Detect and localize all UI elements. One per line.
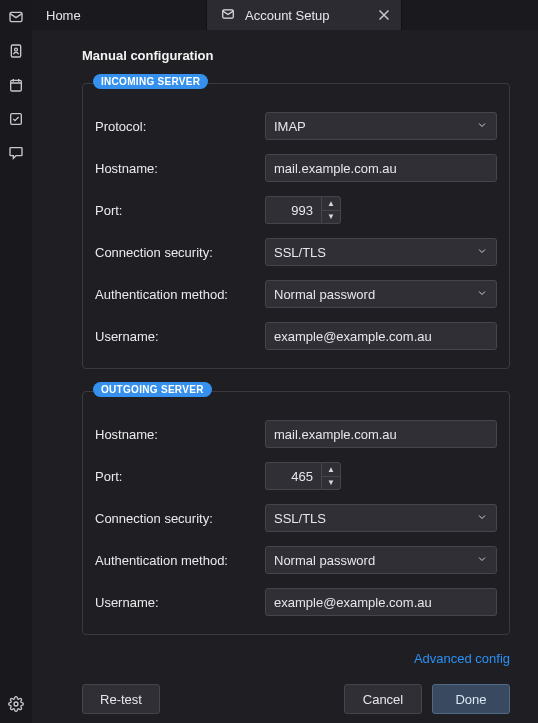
incoming-legend: INCOMING SERVER <box>93 74 208 89</box>
incoming-port-input[interactable] <box>265 196 321 224</box>
tab-label: Account Setup <box>245 8 330 23</box>
incoming-hostname-label: Hostname: <box>95 161 255 176</box>
protocol-select[interactable]: IMAP <box>265 112 497 140</box>
done-button[interactable]: Done <box>432 684 510 714</box>
incoming-security-label: Connection security: <box>95 245 255 260</box>
spin-down-button[interactable]: ▼ <box>322 211 340 224</box>
svg-point-5 <box>14 702 18 706</box>
account-setup-icon <box>221 7 235 24</box>
tab-bar: Home Account Setup <box>32 0 538 30</box>
spin-up-button[interactable]: ▲ <box>322 463 340 477</box>
calendar-icon[interactable] <box>7 76 25 94</box>
incoming-hostname-input[interactable] <box>265 154 497 182</box>
tab-label: Home <box>46 8 81 23</box>
outgoing-hostname-label: Hostname: <box>95 427 255 442</box>
protocol-label: Protocol: <box>95 119 255 134</box>
chevron-down-icon <box>476 511 488 526</box>
outgoing-security-value: SSL/TLS <box>274 511 326 526</box>
incoming-security-value: SSL/TLS <box>274 245 326 260</box>
done-label: Done <box>455 692 486 707</box>
incoming-auth-select[interactable]: Normal password <box>265 280 497 308</box>
main-column: Home Account Setup Manual configuration … <box>32 0 538 723</box>
incoming-port-label: Port: <box>95 203 255 218</box>
mail-icon[interactable] <box>7 8 25 26</box>
tab-account-setup[interactable]: Account Setup <box>207 0 402 30</box>
chevron-down-icon <box>476 119 488 134</box>
svg-rect-3 <box>11 80 22 91</box>
outgoing-auth-value: Normal password <box>274 553 375 568</box>
activity-rail <box>0 0 32 723</box>
chevron-down-icon <box>476 553 488 568</box>
outgoing-auth-label: Authentication method: <box>95 553 255 568</box>
tab-home[interactable]: Home <box>32 0 207 30</box>
incoming-security-select[interactable]: SSL/TLS <box>265 238 497 266</box>
address-book-icon[interactable] <box>7 42 25 60</box>
protocol-value: IMAP <box>274 119 306 134</box>
page-title: Manual configuration <box>82 48 510 63</box>
outgoing-port-spinner: ▲ ▼ <box>321 462 341 490</box>
cancel-label: Cancel <box>363 692 403 707</box>
chevron-down-icon <box>476 245 488 260</box>
settings-icon[interactable] <box>7 695 25 713</box>
incoming-server-group: INCOMING SERVER Protocol: IMAP Hostname:… <box>82 83 510 369</box>
outgoing-port-input[interactable] <box>265 462 321 490</box>
content-area: Manual configuration INCOMING SERVER Pro… <box>32 30 538 723</box>
incoming-auth-value: Normal password <box>274 287 375 302</box>
svg-point-2 <box>15 48 18 51</box>
outgoing-auth-select[interactable]: Normal password <box>265 546 497 574</box>
incoming-username-label: Username: <box>95 329 255 344</box>
outgoing-username-label: Username: <box>95 595 255 610</box>
chevron-down-icon <box>476 287 488 302</box>
close-icon[interactable] <box>375 6 393 24</box>
outgoing-username-input[interactable] <box>265 588 497 616</box>
retest-label: Re-test <box>100 692 142 707</box>
outgoing-server-group: OUTGOING SERVER Hostname: Port: ▲ ▼ <box>82 391 510 635</box>
retest-button[interactable]: Re-test <box>82 684 160 714</box>
outgoing-legend: OUTGOING SERVER <box>93 382 212 397</box>
advanced-config-link[interactable]: Advanced config <box>414 651 510 666</box>
button-row: Re-test Cancel Done <box>82 684 510 714</box>
cancel-button[interactable]: Cancel <box>344 684 422 714</box>
outgoing-hostname-input[interactable] <box>265 420 497 448</box>
spin-down-button[interactable]: ▼ <box>322 477 340 490</box>
tasks-icon[interactable] <box>7 110 25 128</box>
incoming-username-input[interactable] <box>265 322 497 350</box>
incoming-auth-label: Authentication method: <box>95 287 255 302</box>
outgoing-security-label: Connection security: <box>95 511 255 526</box>
advanced-config-row: Advanced config <box>82 651 510 666</box>
outgoing-security-select[interactable]: SSL/TLS <box>265 504 497 532</box>
outgoing-port-label: Port: <box>95 469 255 484</box>
incoming-port-spinner: ▲ ▼ <box>321 196 341 224</box>
spin-up-button[interactable]: ▲ <box>322 197 340 211</box>
chat-icon[interactable] <box>7 144 25 162</box>
